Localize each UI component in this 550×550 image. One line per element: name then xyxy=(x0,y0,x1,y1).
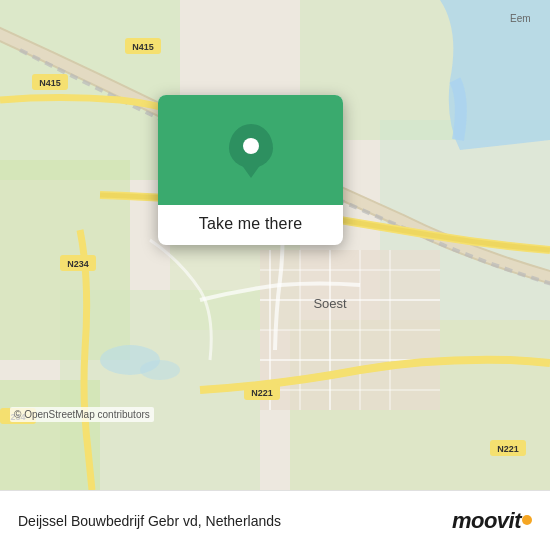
popup-green-area xyxy=(158,95,343,205)
svg-point-10 xyxy=(140,360,180,380)
svg-text:N234: N234 xyxy=(67,259,89,269)
svg-text:N415: N415 xyxy=(132,42,154,52)
map-container: N221 N415 N415 N234 234 N221 N221 Eem So… xyxy=(0,0,550,490)
location-name: Deijssel Bouwbedrijf Gebr vd, Netherland… xyxy=(18,513,281,529)
svg-text:Soest: Soest xyxy=(313,296,347,311)
location-pin xyxy=(229,124,273,176)
copyright-text: © OpenStreetMap contributors xyxy=(10,407,154,422)
svg-rect-1 xyxy=(0,0,180,180)
svg-text:N415: N415 xyxy=(39,78,61,88)
popup-card: Take me there xyxy=(158,95,343,245)
moovit-logo-dot xyxy=(522,515,532,525)
popup-button-area: Take me there xyxy=(158,205,343,245)
svg-text:Eem: Eem xyxy=(510,13,531,24)
svg-text:N221: N221 xyxy=(497,444,519,454)
bottom-bar: Deijssel Bouwbedrijf Gebr vd, Netherland… xyxy=(0,490,550,550)
moovit-logo: moovit xyxy=(452,508,532,534)
take-me-there-button[interactable]: Take me there xyxy=(199,215,302,233)
moovit-logo-text: moovit xyxy=(452,508,521,534)
svg-text:N221: N221 xyxy=(251,388,273,398)
